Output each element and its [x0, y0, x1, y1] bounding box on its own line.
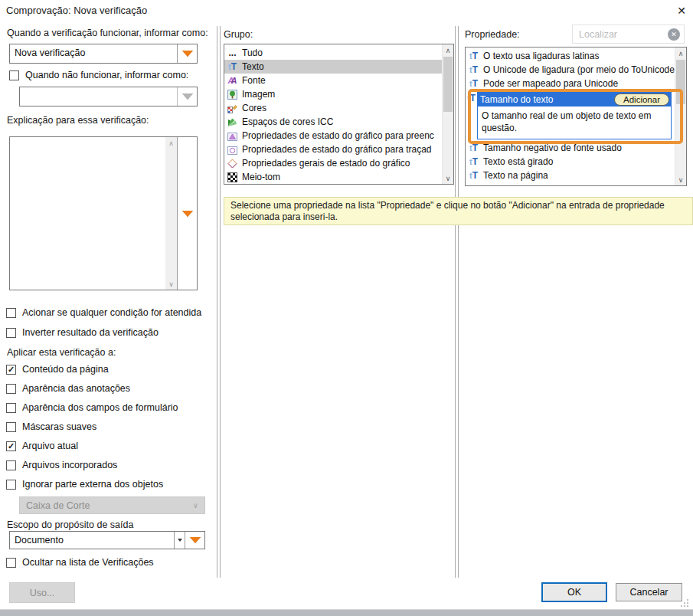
image-icon [227, 90, 238, 100]
property-label: Propriedade: [465, 29, 520, 40]
font-icon: AA [227, 76, 238, 85]
dropdown-arrow-icon [190, 537, 201, 543]
selected-property-description: O tamanho real de um objeto de texto em … [478, 106, 671, 139]
explanation-scrollbar[interactable]: ∧ ∨ [165, 137, 177, 290]
scrollbar-thumb[interactable] [676, 60, 685, 104]
halftone-icon [227, 172, 238, 182]
group-label: Grupo: [224, 29, 253, 40]
checkbox[interactable] [6, 480, 16, 490]
trigger-any-checkbox-row[interactable]: Acionar se qualquer condição for atendid… [6, 307, 201, 318]
cancel-button[interactable]: Cancelar [616, 583, 682, 601]
dropdown-button-disabled [178, 87, 197, 106]
dialog-title: Comprovação: Nova verificação [6, 5, 147, 16]
apply-option-row[interactable]: Máscaras suaves [6, 421, 96, 432]
group-item[interactable]: Propriedades de estado do gráfico para t… [224, 143, 453, 156]
dropdown-button[interactable] [178, 44, 197, 63]
scroll-up-icon[interactable]: ∧ [675, 48, 686, 59]
scroll-down-icon[interactable]: ∨ [675, 174, 686, 185]
property-list: tT O texto usa ligaduras latinas tT O Un… [465, 47, 687, 186]
group-item[interactable]: Propriedades de estado do gráfico para p… [224, 129, 453, 143]
scroll-down-icon[interactable]: ∨ [165, 278, 177, 290]
graphic-state-fill-icon [227, 131, 238, 141]
checkbox[interactable] [6, 558, 16, 568]
group-item[interactable]: AA Fonte [224, 74, 453, 87]
text-property-icon: tT [468, 79, 479, 88]
when-fail-label: Quando não funcionar, informar como: [25, 70, 188, 80]
property-item[interactable]: tT O texto usa ligaduras latinas [466, 49, 686, 63]
search-input[interactable] [579, 29, 668, 40]
when-fail-checkbox-row[interactable]: Quando não funcionar, informar como: [9, 70, 188, 80]
invert-result-checkbox-row[interactable]: Inverter resultado da verificação [6, 327, 159, 338]
hide-in-list-checkbox-row[interactable]: Ocultar na lista de Verificações [6, 557, 154, 568]
checkbox[interactable] [6, 384, 16, 394]
divider-right [455, 26, 459, 578]
apply-option-row[interactable]: Aparência dos campos de formulário [6, 402, 178, 413]
text-group-icon: tT [227, 62, 238, 71]
explanation-dropdown-button[interactable] [178, 137, 197, 290]
selected-property-label: Tamanho do texto [480, 94, 553, 105]
checkbox[interactable] [6, 403, 16, 413]
graphic-state-general-icon [227, 159, 238, 169]
close-icon[interactable]: ✕ [673, 2, 690, 19]
scroll-down-icon[interactable]: ∨ [443, 172, 453, 184]
property-item-selected[interactable]: tT Tamanho do texto Adicionar O tamanho … [466, 92, 686, 139]
scroll-up-icon[interactable]: ∧ [443, 44, 453, 56]
combo-arrow-button[interactable] [175, 532, 185, 549]
chevron-down-icon: ∨ [193, 501, 198, 510]
dropdown-button[interactable] [185, 532, 204, 549]
group-list-scrollbar[interactable]: ∧ ∨ [442, 44, 453, 184]
text-property-icon: tT [468, 51, 479, 61]
explanation-textarea[interactable] [10, 137, 165, 290]
clear-search-icon[interactable]: ✕ [668, 28, 680, 41]
output-scope-label: Escopo do propósito de saída [7, 519, 133, 530]
report-fail-combobox[interactable] [19, 87, 198, 106]
text-property-icon: tT [468, 157, 479, 166]
report-ok-combobox[interactable]: Nova verificação [9, 44, 198, 64]
group-item-selected[interactable]: tT Texto [224, 60, 453, 74]
explanation-label: Explicação para essa verificação: [7, 115, 149, 126]
scroll-up-icon[interactable]: ∧ [165, 137, 177, 149]
checkbox[interactable] [6, 422, 16, 432]
group-item[interactable]: ... Tudo [224, 46, 453, 60]
apply-option-row[interactable]: Ignorar parte externa dos objetos [6, 479, 163, 490]
group-item[interactable]: Propriedades gerais de estado do gráfico [224, 156, 453, 170]
preflight-new-check-dialog: Comprovação: Nova verificação ✕ Quando a… [0, 0, 693, 616]
property-item[interactable]: tT Tamanho negativo de fonte usado [466, 141, 686, 155]
crop-box-select: Caixa de Corte ∨ [19, 496, 205, 514]
scrollbar-thumb[interactable] [443, 57, 453, 112]
checkbox[interactable] [6, 308, 16, 318]
checkbox[interactable] [6, 328, 16, 338]
text-property-icon: tT [466, 93, 477, 103]
property-list-scrollbar[interactable]: ∧ ∨ [675, 48, 686, 185]
property-item[interactable]: tT Texto está girado [466, 155, 686, 169]
search-box[interactable]: ✕ [572, 25, 685, 44]
property-item[interactable]: tT O Unicode de ligadura (por meio do To… [466, 63, 686, 77]
property-item[interactable]: tT Texto na página [466, 169, 686, 182]
all-categories-icon: ... [227, 51, 238, 55]
dropdown-arrow-icon [182, 93, 193, 100]
dropdown-arrow-icon [182, 51, 193, 57]
apply-option-row[interactable]: ✓ Arquivo atual [6, 441, 78, 451]
dialog-bottom-edge [0, 609, 693, 616]
info-message: Selecione uma propriedade na lista "Prop… [224, 197, 693, 225]
checkbox[interactable]: ✓ [6, 365, 16, 375]
group-item[interactable]: Imagem [224, 87, 453, 101]
ok-button[interactable]: OK [541, 582, 607, 602]
group-item[interactable]: Espaços de cores ICC [224, 115, 453, 129]
checkbox[interactable]: ✓ [6, 441, 16, 451]
apply-option-row[interactable]: Aparência das anotações [6, 383, 130, 394]
apply-option-row[interactable]: Arquivos incorporados [6, 460, 117, 470]
resize-grip[interactable] [681, 605, 682, 607]
property-item[interactable]: tT Pode ser mapeado para Unicode [466, 77, 686, 90]
report-ok-value: Nova verificação [10, 44, 177, 63]
text-property-icon: tT [468, 171, 479, 180]
checkbox[interactable] [9, 70, 19, 80]
text-property-icon: tT [468, 65, 479, 74]
apply-option-row[interactable]: ✓ Conteúdo da página [6, 364, 109, 375]
group-item[interactable]: Meio-tom [224, 170, 453, 184]
icc-color-spaces-icon [227, 117, 238, 127]
checkbox[interactable] [6, 460, 16, 470]
output-scope-combobox[interactable]: Documento [9, 531, 205, 549]
add-button[interactable]: Adicionar [614, 93, 669, 106]
group-item[interactable]: Cores [224, 101, 453, 115]
